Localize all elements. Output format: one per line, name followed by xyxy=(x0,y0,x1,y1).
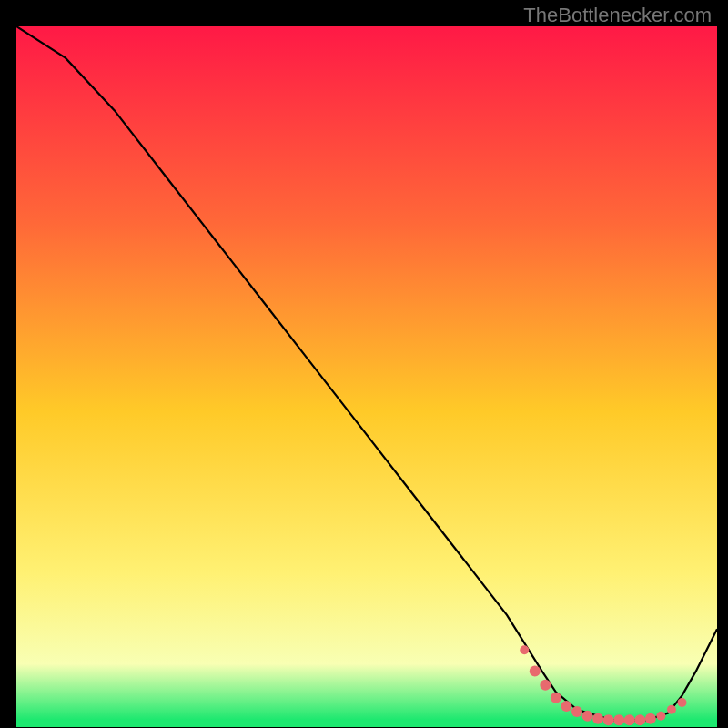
marker-dot xyxy=(592,713,603,724)
marker-dot xyxy=(571,706,582,717)
chart-container xyxy=(16,26,717,727)
marker-dot xyxy=(582,711,593,722)
chart-background xyxy=(16,26,717,727)
marker-dot xyxy=(656,712,665,721)
watermark-text: TheBottlenecker.com xyxy=(523,4,712,27)
gradient-rect xyxy=(16,26,717,727)
marker-dot xyxy=(678,698,687,707)
marker-dot xyxy=(540,680,551,691)
marker-dot xyxy=(667,705,676,714)
marker-dot xyxy=(624,714,635,725)
marker-dot xyxy=(603,714,614,725)
marker-dot xyxy=(530,665,541,676)
marker-dot xyxy=(520,645,529,654)
marker-dot xyxy=(645,713,656,724)
marker-dot xyxy=(613,714,624,725)
marker-dot xyxy=(634,714,645,725)
marker-dot xyxy=(551,693,561,703)
marker-dot xyxy=(561,701,571,712)
chart-svg xyxy=(16,26,717,727)
